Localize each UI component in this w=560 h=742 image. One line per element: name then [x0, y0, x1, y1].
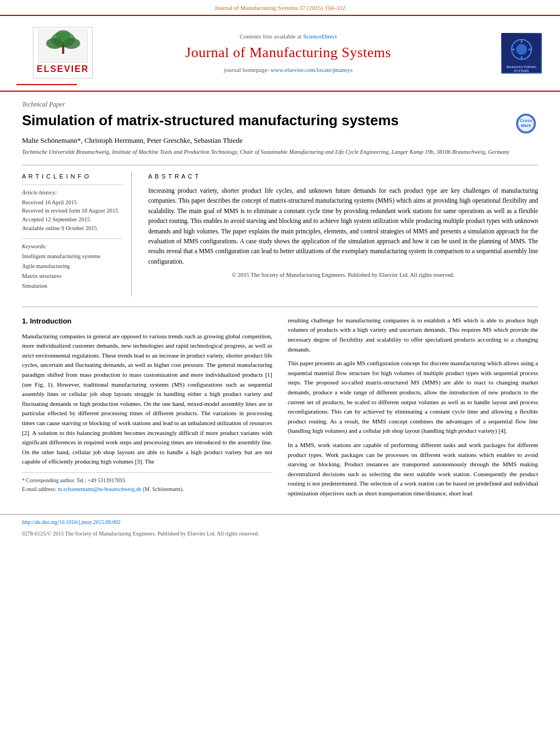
journal-logo-badge: MANUFACTURING SYSTEMS — [501, 33, 542, 74]
keywords-block: Keywords: Intelligent manufacturing syst… — [22, 238, 122, 291]
footnote-star: * Corresponding author. Tel.: +49 531391… — [22, 476, 272, 485]
doi-link[interactable]: http://dx.doi.org/10.1016/j.jmsy.2015.09… — [22, 519, 120, 525]
keyword-1: Intelligent manufacturing systems — [22, 252, 122, 261]
abstract-heading: A B S T R A C T — [148, 172, 538, 181]
affiliation-line: Technische Universität Braunschweig, Ins… — [22, 148, 509, 157]
copyright-footer: 0278-6125/© 2015 The Society of Manufact… — [0, 528, 560, 539]
article-info-panel: A R T I C L E I N F O Article history: R… — [22, 172, 132, 296]
article-info-abstract: A R T I C L E I N F O Article history: R… — [22, 165, 538, 296]
abstract-copyright: © 2015 The Society of Manufacturing Engi… — [148, 271, 538, 280]
intro-col2-p3: In a MMS, work stations are capable of p… — [288, 440, 538, 499]
footnote-email-name: (M. Schönemann). — [143, 486, 184, 492]
accepted-date: Accepted 12 September 2015 — [22, 215, 122, 224]
journal-header: ELSEVIER Contents lists available at Sci… — [0, 16, 560, 92]
contents-available-line: Contents lists available at ScienceDirec… — [82, 32, 494, 41]
journal-center-info: Contents lists available at ScienceDirec… — [82, 32, 494, 75]
svg-point-8 — [516, 44, 527, 55]
doi-bar: http://dx.doi.org/10.1016/j.jmsy.2015.09… — [0, 514, 560, 528]
received-revised-date: Received in revised form 18 August 2015 — [22, 207, 122, 215]
title-block: Simulation of matrix-structured manufact… — [22, 111, 509, 165]
body-col-right: resulting challenge for manufacturing co… — [288, 316, 538, 503]
available-date: Available online 9 October 2015 — [22, 224, 122, 233]
abstract-section: A B S T R A C T Increasing product varie… — [148, 172, 538, 296]
introduction-heading: 1. Introduction — [22, 316, 272, 327]
received-date: Received 16 April 2015 — [22, 198, 122, 207]
right-logo-area: MANUFACTURING SYSTEMS — [500, 33, 544, 74]
svg-point-5 — [55, 30, 71, 40]
svg-rect-4 — [62, 45, 64, 54]
authors-line: Malte Schönemann*, Christoph Herrmann, P… — [22, 135, 509, 146]
homepage-line: journal homepage: www.elsevier.com/locat… — [82, 65, 494, 75]
homepage-link[interactable]: www.elsevier.com/locate/jmansys — [271, 66, 353, 73]
article-title: Simulation of matrix-structured manufact… — [22, 111, 509, 130]
sciencedirect-link[interactable]: ScienceDirect — [303, 33, 337, 40]
crossmark-badge: Cross Mark — [516, 114, 538, 136]
article-type-label: Technical Paper — [22, 99, 538, 109]
footnote-email-link[interactable]: m.schoenemann@tu-braunschweig.de — [58, 486, 142, 492]
footnote-email: E-mail address: m.schoenemann@tu-braunsc… — [22, 485, 272, 494]
elsevier-tree-icon — [38, 30, 88, 63]
article-history-label: Article history: — [22, 188, 122, 197]
body-columns: 1. Introduction Manufacturing companies … — [22, 316, 538, 503]
elsevier-wordmark: ELSEVIER — [37, 63, 89, 76]
keywords-list: Intelligent manufacturing systems Agile … — [22, 252, 122, 291]
body-col-left: 1. Introduction Manufacturing companies … — [22, 316, 272, 503]
keyword-3: Matrix structures — [22, 271, 122, 281]
journal-citation: Journal of Manufacturing Systems 37 (201… — [215, 4, 346, 11]
page: Journal of Manufacturing Systems 37 (201… — [0, 0, 560, 742]
footnote-email-label: E-mail address: — [22, 486, 58, 492]
journal-citation-bar: Journal of Manufacturing Systems 37 (201… — [0, 0, 560, 16]
abstract-text: Increasing product variety, shorter prod… — [148, 186, 538, 266]
article-history-block: Article history: Received 16 April 2015 … — [22, 185, 122, 233]
journal-title: Journal of Manufacturing Systems — [82, 42, 494, 63]
article-content: Technical Paper Simulation of matrix-str… — [0, 92, 560, 514]
section-divider — [22, 306, 538, 307]
intro-col2-p1: resulting challenge for manufacturing co… — [288, 316, 538, 354]
crossmark-svg: Cross Mark — [517, 115, 535, 132]
article-info-title: A R T I C L E I N F O — [22, 172, 122, 181]
keyword-4: Simulation — [22, 281, 122, 291]
jms-logo-icon: MANUFACTURING SYSTEMS — [502, 34, 541, 72]
svg-text:SYSTEMS: SYSTEMS — [514, 69, 529, 72]
footnote-section: * Corresponding author. Tel.: +49 531391… — [22, 472, 272, 494]
svg-text:Cross: Cross — [520, 118, 533, 123]
svg-text:Mark: Mark — [521, 123, 531, 128]
title-row: Simulation of matrix-structured manufact… — [22, 111, 538, 165]
elsevier-logo-area: ELSEVIER — [16, 21, 77, 85]
keyword-2: Agile manufacturing — [22, 261, 122, 271]
crossmark-icon: Cross Mark — [516, 114, 536, 133]
svg-text:MANUFACTURING: MANUFACTURING — [506, 65, 536, 69]
intro-para-1: Manufacturing companies in general are o… — [22, 332, 272, 467]
keywords-label: Keywords: — [22, 242, 122, 251]
intro-col2-p2: This paper presents an agile MS configur… — [288, 359, 538, 436]
